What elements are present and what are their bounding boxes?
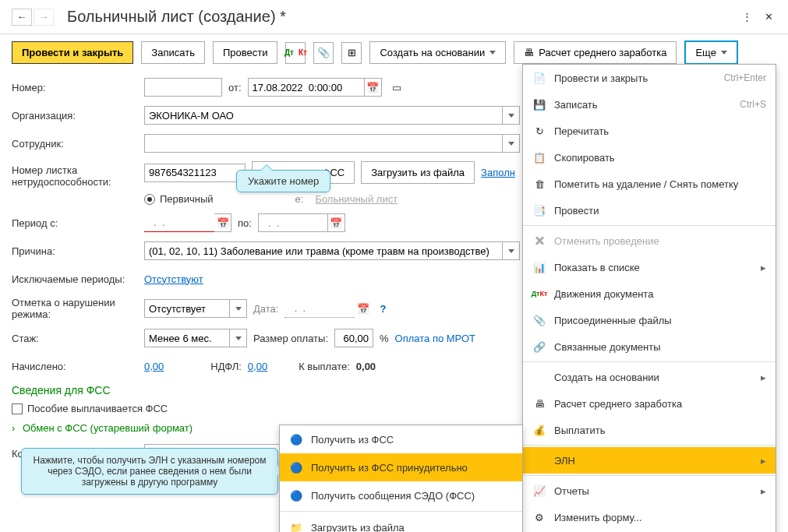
doc-icon[interactable]: ▭ [388,78,405,97]
dtct-icon[interactable]: ДтКт [285,42,306,64]
dropdown-item-4[interactable]: 🗑Пометить на удаление / Снять пометку [523,171,776,197]
eln-submenu: 🔵Получить из ФСС🔵Получить из ФСС принуди… [279,425,523,477]
employee-label: Сотрудник: [12,138,144,150]
dropdown-item-5[interactable]: 📑Провести [523,197,776,224]
excluded-link[interactable]: Отсутствуют [144,273,203,285]
number-label: Номер: [12,82,144,93]
date2-label: Дата: [253,303,278,315]
violation-select-btn[interactable] [230,299,247,318]
date2-input[interactable] [284,299,355,318]
kebab-icon[interactable]: ⋮ [739,9,754,25]
period-from-calendar-icon[interactable]: 📅 [214,213,231,232]
violation-input[interactable] [144,299,230,318]
period-to-calendar-icon[interactable]: 📅 [328,213,345,232]
experience-select-btn[interactable] [230,329,247,347]
to-label: по: [238,217,252,229]
reason-input[interactable] [144,241,503,260]
payment-size-label: Размер оплаты: [253,333,328,344]
fss-exchange-link[interactable]: Обмен с ФСС (устаревший формат) [23,422,193,434]
dropdown-item-14[interactable]: ЭЛН▸ [523,447,776,474]
continuation-link[interactable]: Больничный лист [315,193,398,205]
more-button[interactable]: Еще [684,41,737,65]
dropdown-item-7[interactable]: 📊Показать в списке▸ [523,254,776,280]
tooltip-number: Укажите номер [236,170,330,192]
save-close-button[interactable]: Провести и закрыть [12,41,133,64]
payment-size-input[interactable] [334,329,373,347]
more-dropdown: 📄Провести и закрытьCtrl+Enter💾ЗаписатьCt… [522,64,776,477]
write-button[interactable]: Записать [141,41,205,64]
dropdown-item-6[interactable]: 🗙Отменить проведение [523,227,776,254]
experience-input[interactable] [144,329,230,347]
attach-icon[interactable]: 📎 [313,42,334,64]
dropdown-item-3[interactable]: 📋Скопировать [523,144,776,171]
dropdown-item-9[interactable]: 📎Присоединенные файлы [523,307,776,333]
employee-select-btn[interactable] [503,134,520,153]
experience-label: Стаж: [12,333,144,344]
period-to-input[interactable] [258,213,328,232]
calendar-icon[interactable]: 📅 [365,78,382,97]
submenu-item-1[interactable]: 🔵Получить из ФСС принудительно [280,453,522,477]
dropdown-item-2[interactable]: ↻Перечитать [523,118,776,144]
accrued-value[interactable]: 0,00 [144,361,164,372]
dropdown-item-8[interactable]: ДтКтДвижения документа [523,280,776,307]
ndfl-value[interactable]: 0,00 [248,361,267,372]
calc-avg-button[interactable]: 🖶 Расчет среднего заработка [514,41,677,64]
dropdown-item-12[interactable]: 🖶Расчет среднего заработка [523,390,776,417]
org-select-btn[interactable] [503,106,520,125]
number-input[interactable] [144,78,222,97]
expand-icon[interactable]: › [12,422,15,434]
help-icon[interactable]: ? [380,303,386,315]
mrot-link[interactable]: Оплата по МРОТ [395,333,475,344]
dropdown-item-0[interactable]: 📄Провести и закрытьCtrl+Enter [523,65,776,91]
cert-number-label: Номер листка нетрудоспособности: [12,161,144,188]
load-file-button[interactable]: Загрузить из файла [361,161,475,184]
primary-radio[interactable]: Первичный [144,193,214,205]
date-input[interactable] [248,78,365,97]
dropdown-item-11[interactable]: Создать на основании▸ [523,364,776,390]
post-button[interactable]: Провести [213,41,278,64]
reason-select-btn[interactable] [503,241,520,260]
accrued-label: Начислено: [12,361,144,372]
to-pay-value: 0,00 [356,361,376,372]
period-label: Период с: [12,217,144,229]
ndfl-label: НДФЛ: [210,361,242,372]
reason-label: Причина: [12,245,144,257]
period-from-input[interactable] [144,213,214,232]
percent: % [380,333,389,344]
structure-icon[interactable]: ⊞ [341,42,362,64]
employee-input[interactable] [144,134,503,153]
fill-data-link[interactable]: Заполн [481,167,515,178]
dropdown-item-1[interactable]: 💾ЗаписатьCtrl+S [523,91,776,118]
nav-fwd-button[interactable]: → [34,9,54,26]
org-input[interactable] [144,106,503,125]
tooltip-eln: Нажмите, чтобы получить ЭЛН с указанным … [21,448,278,477]
create-basis-button[interactable]: Создать на основании [369,41,506,64]
dropdown-item-10[interactable]: 🔗Связанные документы [523,333,776,360]
dropdown-item-13[interactable]: 💰Выплатить [523,417,776,443]
page-title: Больничный лист (создание) * [67,8,739,26]
violation-label: Отметка о нарушении режима: [12,297,144,320]
org-label: Организация: [12,110,144,122]
to-pay-label: К выплате: [299,361,350,372]
submenu-item-0[interactable]: 🔵Получить из ФСС [280,425,522,453]
cert-number-input[interactable] [144,164,246,182]
from-label: от: [228,82,242,93]
close-icon[interactable]: ✕ [761,9,776,25]
nav-back-button[interactable]: ← [12,9,32,26]
date2-calendar-icon[interactable]: 📅 [355,299,372,318]
excluded-label: Исключаемые периоды: [12,273,144,285]
